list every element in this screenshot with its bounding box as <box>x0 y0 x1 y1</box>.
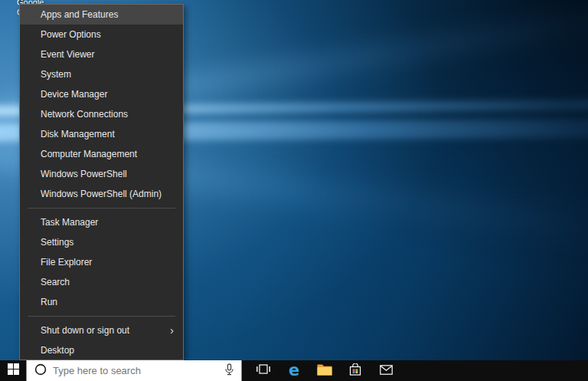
file-explorer-button[interactable] <box>309 360 340 381</box>
menu-item-system[interactable]: System <box>20 64 183 84</box>
menu-item-file-explorer[interactable]: File Explorer <box>20 252 183 272</box>
menu-item-network-connections[interactable]: Network Connections <box>20 104 183 124</box>
menu-item-computer-management[interactable]: Computer Management <box>20 144 183 164</box>
mail-button[interactable] <box>371 360 401 381</box>
menu-item-power-options[interactable]: Power Options <box>20 25 183 44</box>
menu-item-windows-powershell[interactable]: Windows PowerShell <box>20 164 183 184</box>
start-button[interactable] <box>0 360 26 381</box>
menu-item-label: Windows PowerShell (Admin) <box>41 189 162 199</box>
menu-separator <box>28 316 175 317</box>
menu-item-apps-and-features[interactable]: Apps and Features <box>20 5 183 25</box>
menu-item-label: Event Viewer <box>41 49 94 60</box>
menu-item-label: Network Connections <box>41 109 128 120</box>
menu-item-label: Search <box>41 277 70 287</box>
menu-item-event-viewer[interactable]: Event Viewer <box>20 44 183 64</box>
menu-item-disk-management[interactable]: Disk Management <box>20 124 183 144</box>
microphone-icon[interactable] <box>224 363 234 379</box>
menu-item-device-manager[interactable]: Device Manager <box>20 84 183 104</box>
menu-item-label: Settings <box>41 237 74 248</box>
menu-item-label: Task Manager <box>41 217 98 228</box>
menu-item-label: Windows PowerShell <box>41 169 127 179</box>
task-view-icon <box>256 363 270 378</box>
task-view-button[interactable] <box>248 360 279 381</box>
search-input[interactable] <box>53 365 217 376</box>
menu-item-label: Computer Management <box>41 149 137 159</box>
taskbar: e <box>0 360 588 381</box>
menu-item-desktop[interactable]: Desktop <box>20 340 183 360</box>
menu-item-label: Shut down or sign out <box>41 325 129 336</box>
submenu-arrow-icon: › <box>170 324 174 336</box>
menu-item-label: Disk Management <box>41 129 115 140</box>
menu-item-task-manager[interactable]: Task Manager <box>20 212 183 232</box>
win-x-menu: Apps and FeaturesPower OptionsEvent View… <box>19 4 184 360</box>
edge-icon: e <box>289 363 299 379</box>
menu-item-label: Device Manager <box>41 89 107 100</box>
start-icon <box>8 363 19 378</box>
mail-icon <box>380 364 393 378</box>
menu-item-label: Apps and Features <box>41 9 118 20</box>
store-button[interactable] <box>340 360 371 381</box>
menu-item-label: Run <box>41 297 57 307</box>
taskbar-search-box[interactable] <box>26 360 242 381</box>
edge-button[interactable]: e <box>279 360 309 381</box>
cortana-circle-icon[interactable] <box>34 363 47 379</box>
menu-item-label: System <box>41 69 71 80</box>
menu-item-windows-powershell-admin[interactable]: Windows PowerShell (Admin) <box>20 184 183 204</box>
store-icon <box>349 363 361 379</box>
menu-item-settings[interactable]: Settings <box>20 232 183 252</box>
menu-separator <box>28 208 175 209</box>
menu-item-shut-down-or-sign-out[interactable]: Shut down or sign out› <box>20 320 183 340</box>
taskbar-spacer <box>242 360 248 381</box>
menu-item-run[interactable]: Run <box>20 292 183 312</box>
menu-item-label: Power Options <box>41 29 101 40</box>
menu-item-search[interactable]: Search <box>20 272 183 292</box>
menu-item-label: File Explorer <box>41 257 92 268</box>
file-explorer-icon <box>317 363 332 379</box>
menu-item-label: Desktop <box>41 345 74 356</box>
